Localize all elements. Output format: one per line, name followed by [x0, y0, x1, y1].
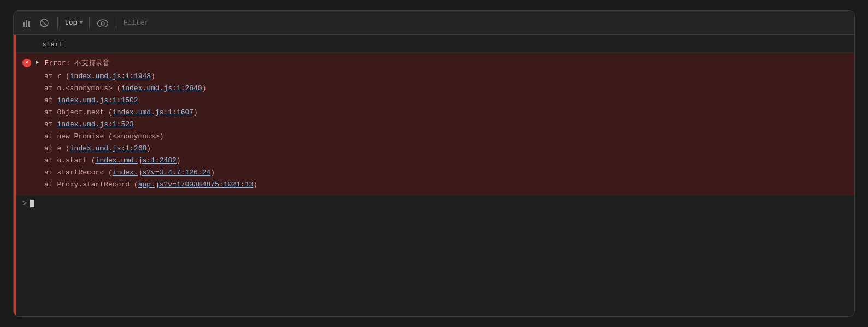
- devtools-window: top ▼ start: [13, 10, 855, 317]
- stack-link-4[interactable]: index.umd.js:1:523: [57, 120, 133, 129]
- start-log-text: start: [42, 40, 63, 49]
- stack-link-7[interactable]: index.umd.js:1:2482: [96, 156, 177, 165]
- stack-prefix-6: at e (: [44, 144, 70, 153]
- bar-chart-icon[interactable]: [20, 16, 33, 30]
- stack-suffix-0: ): [151, 72, 155, 80]
- stack-suffix-3: ): [193, 108, 198, 116]
- stack-prefix-5: at new Promise (<anonymous>): [44, 132, 163, 141]
- divider-3: [116, 17, 116, 28]
- svg-point-5: [101, 22, 104, 25]
- stack-line-4: at index.umd.js:1:523: [44, 119, 848, 131]
- stack-suffix-7: ): [177, 156, 181, 165]
- main-content: start ✕ ▶ Error: 不支持录音 at r (index.umd.j…: [16, 35, 854, 316]
- block-icon[interactable]: [38, 16, 51, 30]
- stack-suffix-8: ): [210, 168, 215, 177]
- log-item-start: start: [16, 37, 854, 53]
- stack-prefix-1: at o.<anonymous> (: [44, 84, 121, 92]
- divider-1: [57, 17, 58, 28]
- stack-link-0[interactable]: index.umd.js:1:1948: [70, 72, 151, 80]
- error-stack: at r (index.umd.js:1:1948) at o.<anonymo…: [22, 71, 848, 191]
- stack-prefix-3: at Object.next (: [44, 108, 113, 116]
- console-cursor: [30, 200, 34, 207]
- stack-suffix-9: ): [253, 180, 257, 189]
- stack-prefix-8: at startRecord (: [44, 168, 113, 177]
- console-area: start ✕ ▶ Error: 不支持录音 at r (index.umd.j…: [14, 35, 854, 316]
- stack-line-6: at e (index.umd.js:1:268): [44, 143, 848, 155]
- stack-link-8[interactable]: index.js?v=3.4.7:126:24: [113, 168, 210, 177]
- divider-2: [89, 17, 90, 28]
- context-selector[interactable]: top ▼: [64, 19, 83, 27]
- svg-rect-0: [23, 22, 25, 27]
- svg-rect-2: [28, 21, 30, 27]
- error-title: Error: 不支持录音: [45, 57, 110, 69]
- stack-line-5: at new Promise (<anonymous>): [44, 131, 848, 143]
- expand-icon[interactable]: ▶: [36, 57, 39, 68]
- eye-icon[interactable]: [96, 16, 109, 30]
- stack-line-0: at r (index.umd.js:1:1948): [44, 71, 848, 83]
- stack-link-9[interactable]: app.js?v=1700384875:1021:13: [138, 180, 254, 189]
- stack-link-1[interactable]: index.umd.js:1:2640: [121, 84, 202, 92]
- stack-line-1: at o.<anonymous> (index.umd.js:1:2640): [44, 83, 848, 95]
- context-label: top: [64, 19, 77, 27]
- svg-rect-1: [26, 20, 27, 27]
- stack-prefix-4: at: [44, 120, 57, 129]
- stack-line-9: at Proxy.startRecord (app.js?v=170038487…: [44, 179, 848, 191]
- console-input-line: >: [16, 196, 854, 211]
- stack-line-2: at index.umd.js:1:1502: [44, 95, 848, 107]
- svg-line-4: [42, 20, 48, 26]
- stack-link-6[interactable]: index.umd.js:1:268: [70, 144, 146, 153]
- chevron-down-icon: ▼: [79, 20, 83, 26]
- stack-link-2[interactable]: index.umd.js:1:1502: [57, 96, 138, 104]
- error-icon: ✕: [22, 59, 31, 67]
- stack-suffix-1: ): [202, 84, 207, 92]
- stack-suffix-6: ): [146, 144, 151, 153]
- console-body[interactable]: start ✕ ▶ Error: 不支持录音 at r (index.umd.j…: [16, 35, 854, 316]
- stack-prefix-9: at Proxy.startRecord (: [44, 180, 138, 189]
- stack-link-3[interactable]: index.umd.js:1:1607: [113, 108, 193, 116]
- stack-prefix-0: at r (: [44, 72, 70, 80]
- stack-prefix-7: at o.start (: [44, 156, 96, 165]
- toolbar: top ▼: [14, 11, 854, 35]
- filter-input[interactable]: [123, 19, 848, 27]
- error-block: ✕ ▶ Error: 不支持录音 at r (index.umd.js:1:19…: [16, 53, 854, 196]
- stack-line-3: at Object.next (index.umd.js:1:1607): [44, 107, 848, 119]
- stack-line-7: at o.start (index.umd.js:1:2482): [44, 155, 848, 167]
- error-header: ✕ ▶ Error: 不支持录音: [22, 57, 848, 69]
- stack-prefix-2: at: [44, 96, 57, 104]
- console-prompt: >: [22, 199, 27, 208]
- stack-line-8: at startRecord (index.js?v=3.4.7:126:24): [44, 167, 848, 179]
